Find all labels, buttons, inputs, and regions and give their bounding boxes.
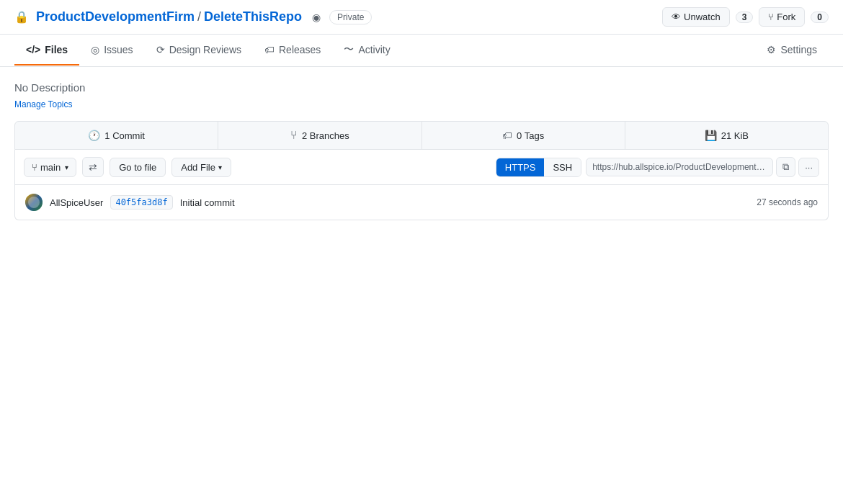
avatar <box>25 194 43 211</box>
files-icon: </> <box>26 44 40 55</box>
fork-count: 0 <box>811 12 829 23</box>
more-options-button[interactable]: ··· <box>798 158 819 177</box>
top-bar: 🔒 ProductDevelopmentFirm / DeleteThisRep… <box>0 0 843 35</box>
commits-label: 1 Commit <box>104 130 145 141</box>
issues-tab-label: Issues <box>104 44 133 55</box>
tab-files[interactable]: </> Files <box>14 35 79 66</box>
https-label: HTTPS <box>505 162 536 173</box>
copy-url-button[interactable]: ⧉ <box>776 157 795 177</box>
issues-icon: ◎ <box>91 44 99 55</box>
lock-icon: 🔒 <box>14 10 29 24</box>
repo-description: No Description <box>14 81 829 94</box>
commit-hash[interactable]: 40f5fa3d8f <box>110 195 172 210</box>
commit-message: Initial commit <box>180 197 235 208</box>
size-stat: 💾 21 KiB <box>625 122 828 149</box>
releases-tab-label: Releases <box>279 44 321 55</box>
commit-row: AllSpiceUser 40f5fa3d8f Initial commit 2… <box>14 185 829 220</box>
commits-stat[interactable]: 🕐 1 Commit <box>15 122 218 149</box>
commits-icon: 🕐 <box>88 130 100 141</box>
https-tab[interactable]: HTTPS <box>496 158 545 176</box>
branch-selector[interactable]: ⑂ main ▾ <box>24 158 76 177</box>
eye-icon: 👁 <box>672 12 681 22</box>
fork-label: Fork <box>777 12 795 22</box>
size-label: 21 KiB <box>721 130 749 141</box>
files-tab-label: Files <box>45 44 68 55</box>
settings-icon: ⚙ <box>767 44 776 55</box>
ssh-label: SSH <box>553 162 572 173</box>
url-group: HTTPS SSH https://hub.allspice.io/Produc… <box>496 157 819 177</box>
tab-issues[interactable]: ◎ Issues <box>79 35 144 66</box>
branch-icon: ⑂ <box>32 162 37 173</box>
more-icon: ··· <box>805 162 813 173</box>
clone-url[interactable]: https://hub.allspice.io/ProductDevelopme… <box>586 158 773 176</box>
commit-time: 27 seconds ago <box>757 197 818 207</box>
tab-design-reviews[interactable]: ⟳ Design Reviews <box>145 35 253 66</box>
stats-bar: 🕐 1 Commit ⑂ 2 Branches 🏷 0 Tags 💾 21 Ki… <box>14 121 829 150</box>
path-separator: / <box>197 9 201 24</box>
fork-icon: ⑂ <box>768 12 774 22</box>
goto-file-label: Go to file <box>119 162 156 173</box>
tab-activity[interactable]: 〜 Activity <box>332 35 401 66</box>
ssh-tab[interactable]: SSH <box>544 158 581 176</box>
repo-link[interactable]: DeleteThisRepo <box>204 9 302 24</box>
unwatch-button[interactable]: 👁 Unwatch <box>662 7 730 27</box>
protocol-tabs: HTTPS SSH <box>496 158 581 177</box>
settings-tab-label: Settings <box>780 44 817 55</box>
branches-icon: ⑂ <box>290 129 298 142</box>
org-link[interactable]: ProductDevelopmentFirm <box>36 9 195 24</box>
chevron-down-icon: ▾ <box>65 163 68 171</box>
watch-count: 3 <box>736 12 754 23</box>
main-content: No Description Manage Topics 🕐 1 Commit … <box>0 67 843 235</box>
size-icon: 💾 <box>705 130 717 141</box>
copy-icon: ⧉ <box>782 161 789 173</box>
add-file-chevron-icon: ▾ <box>218 163 222 171</box>
tab-releases[interactable]: 🏷 Releases <box>253 35 332 66</box>
releases-icon: 🏷 <box>264 44 275 55</box>
private-badge: Private <box>329 10 372 24</box>
unwatch-label: Unwatch <box>684 12 721 22</box>
tags-icon: 🏷 <box>502 130 512 141</box>
tab-settings[interactable]: ⚙ Settings <box>755 35 829 66</box>
branch-name: main <box>40 162 61 173</box>
design-reviews-icon: ⟳ <box>156 44 165 55</box>
avatar-image <box>25 194 43 211</box>
tags-label: 0 Tags <box>517 130 544 141</box>
toolbar: ⑂ main ▾ ⇄ Go to file Add File ▾ HTTPS S… <box>14 150 829 185</box>
compare-button[interactable]: ⇄ <box>82 157 104 177</box>
add-file-button[interactable]: Add File ▾ <box>171 158 231 177</box>
goto-file-button[interactable]: Go to file <box>110 158 166 177</box>
add-file-label: Add File <box>181 162 215 173</box>
activity-tab-label: Activity <box>358 44 390 55</box>
commit-author[interactable]: AllSpiceUser <box>50 197 103 208</box>
feed-icon[interactable]: ◉ <box>312 12 321 23</box>
compare-icon: ⇄ <box>89 161 97 173</box>
branches-stat[interactable]: ⑂ 2 Branches <box>218 122 422 149</box>
branches-label: 2 Branches <box>302 130 349 141</box>
tags-stat[interactable]: 🏷 0 Tags <box>422 122 625 149</box>
activity-icon: 〜 <box>344 43 354 56</box>
design-reviews-tab-label: Design Reviews <box>169 44 241 55</box>
fork-button[interactable]: ⑂ Fork <box>759 7 805 27</box>
manage-topics-link[interactable]: Manage Topics <box>14 99 73 109</box>
repo-path: ProductDevelopmentFirm / DeleteThisRepo <box>36 9 302 24</box>
top-bar-actions: 👁 Unwatch 3 ⑂ Fork 0 <box>662 7 829 27</box>
nav-tabs: </> Files ◎ Issues ⟳ Design Reviews 🏷 Re… <box>0 35 843 67</box>
